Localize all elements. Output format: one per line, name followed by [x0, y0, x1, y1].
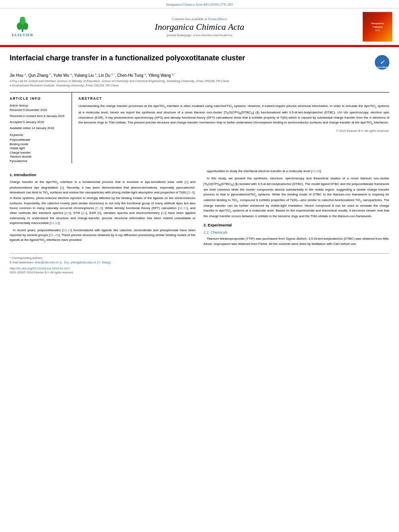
journal-reference-bar: Inorganica Chimica Acta 443 (2016) 279–2… [0, 0, 399, 8]
crossmark-badge: ✓ CrossMark [375, 55, 389, 70]
svg-text:CrossMark: CrossMark [377, 66, 387, 68]
article-info-heading: ARTICLE INFO [10, 97, 67, 101]
abstract-heading: ABSTRACT [78, 97, 389, 101]
keyword-4: Charge transfer [10, 151, 67, 154]
exp-section-num: 2. [204, 223, 207, 227]
logo-text-line2: Chimica [372, 25, 383, 29]
abstract-text: Understanding the charge transfer proces… [78, 104, 389, 125]
sciencedirect-link[interactable]: ScienceDirect [208, 17, 227, 21]
article-columns: ARTICLE INFO Article history: Received 5… [10, 92, 389, 163]
journal-logo-right: Inorganica Chimica Acta [360, 12, 393, 42]
footnote-area: * Corresponding authors. E-mail addresse… [10, 253, 389, 274]
doi-line[interactable]: http://dx.doi.org/10.1016/j.ica.2016.01.… [10, 267, 389, 270]
logo-text-line3: Acta [375, 29, 380, 32]
abstract-panel: ABSTRACT Understanding the charge transf… [78, 92, 389, 163]
chemicals-num: 2.1. [204, 230, 210, 234]
history-label: Article history: [10, 104, 67, 107]
logo-text-line1: Inorganica [371, 22, 384, 25]
keyword-5: Titanium dioxide [10, 155, 67, 158]
exp-section-title: Experimental [208, 223, 232, 227]
journal-header: ELSEVIER Contents lists available at Sci… [0, 8, 399, 46]
contents-line: Contents lists available at ScienceDirec… [39, 17, 360, 21]
main-text-area: 1. Introduction Charge transfer at the d… [10, 169, 389, 247]
chemicals-title: Chemicals [211, 230, 228, 234]
contents-text: Contents lists available at [172, 17, 207, 21]
keywords-section: Keywords: Polyoxotitanate Binding mode V… [10, 133, 67, 163]
crossmark-icon: ✓ CrossMark [375, 55, 389, 70]
article-info-panel: ARTICLE INFO Article history: Received 5… [10, 92, 72, 163]
keyword-1: Polyoxotitanate [10, 138, 67, 142]
journal-main-title: Inorganica Chimica Acta [39, 22, 360, 32]
received-date: Received 5 December 2015 [10, 108, 67, 112]
intro-para2: In recent years, polyoxotitanates [13,14… [10, 228, 195, 244]
corresponding-footnote: * Corresponding authors. [10, 256, 389, 260]
affiliation-2: b Environment Research Institute, Shando… [10, 84, 389, 87]
intro-section-num: 1. [10, 173, 13, 177]
elsevier-tree-icon [12, 17, 33, 33]
intro-para4: In this study, we present the synthesis,… [204, 176, 389, 219]
journal-title-area: Contents lists available at ScienceDirec… [39, 17, 360, 37]
crossmark-svg: ✓ CrossMark [375, 55, 389, 70]
license-line: 0020-1693/© 2016 Elsevier B.V. All right… [10, 271, 389, 274]
elsevier-label: ELSEVIER [12, 33, 33, 37]
intro-para1: Charge transfer at the dye/TiO2 interfac… [10, 180, 195, 226]
keyword-2: Binding mode [10, 142, 67, 146]
journal-ref-text: Inorganica Chimica Acta 443 (2016) 279–2… [166, 2, 233, 6]
accepted-date: Accepted 9 January 2016 [10, 120, 67, 124]
experimental-section-heading: 2. Experimental [204, 222, 389, 228]
keyword-6: Pyrocatechol [10, 159, 67, 163]
copyright-line: © 2016 Elsevier B.V. All rights reserved… [78, 129, 389, 133]
intro-para3: opportunities to study the interfacial e… [204, 169, 389, 174]
email-label: E-mail addresses: [10, 261, 34, 264]
keywords-title: Keywords: [10, 133, 67, 137]
email-footnote: E-mail addresses: lindu@sdu.edu.cn (L. D… [10, 261, 389, 264]
affiliation-1: a Key Lab for Colloid and Interface Scie… [10, 79, 389, 83]
paper-title-section: Interfacial charge transfer in a functio… [10, 53, 389, 70]
revised-date: Received in revised form 8 January 2016 [10, 114, 67, 118]
authors-line: Jie Hou a, Qun Zhang b, Yufei Wu a, Yuli… [10, 73, 389, 78]
paper-body: Interfacial charge transfer in a functio… [0, 47, 399, 281]
chemicals-text: Titanium tetraisopropoxide (TTIP) was pu… [204, 236, 389, 246]
elsevier-logo: ELSEVIER [6, 17, 39, 37]
paper-title: Interfacial charge transfer in a functio… [10, 53, 371, 63]
journal-cover-logo: Inorganica Chimica Acta [362, 12, 393, 42]
keyword-3: Visible light [10, 146, 67, 150]
svg-text:✓: ✓ [380, 59, 385, 66]
homepage-line: journal homepage: www.elsevier.com/locat… [39, 33, 360, 37]
email2: yifeng@sdu.edu.cn (Y. Wang). [70, 261, 111, 264]
authors-text: Jie Hou a, Qun Zhang b, Yufei Wu a, Yuli… [10, 73, 175, 78]
chemicals-subsection-heading: 2.1. Chemicals [204, 230, 389, 236]
intro-section-heading: 1. Introduction [10, 172, 195, 178]
intro-section-title: Introduction [14, 173, 36, 177]
elsevier-logo-area: ELSEVIER [6, 17, 39, 37]
online-date: Available online 14 January 2016 [10, 126, 67, 130]
email1: lindu@sdu.edu.cn (L. Du), [35, 261, 70, 264]
